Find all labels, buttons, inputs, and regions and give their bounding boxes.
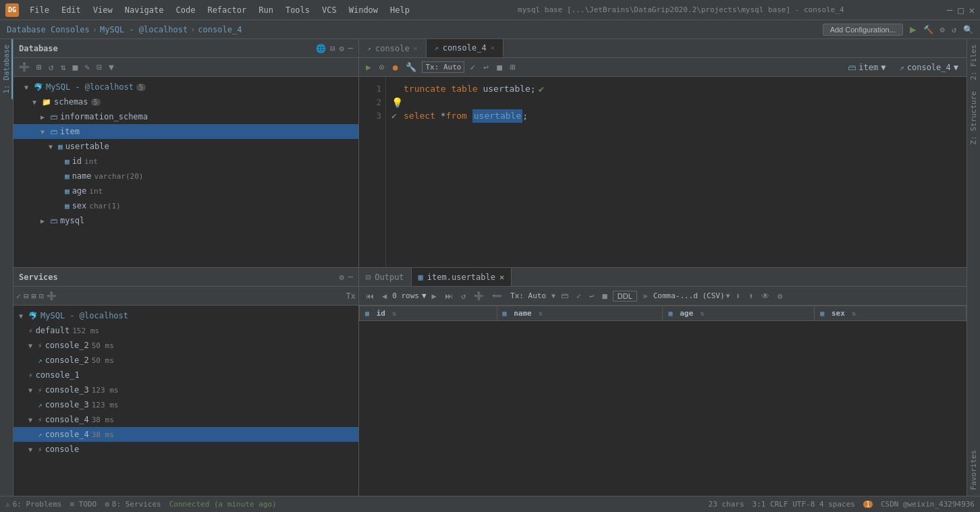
maximize-button[interactable]: □ xyxy=(958,5,963,16)
output-rollback-button[interactable]: ↩ xyxy=(587,290,597,302)
srv-arrow-console-main[interactable]: ▼ xyxy=(28,446,36,453)
menu-refactor[interactable]: Refactor xyxy=(202,4,252,16)
tree-arrow-item[interactable]: ▼ xyxy=(40,128,49,136)
tree-item-item[interactable]: ▼ 🗃 item xyxy=(13,124,358,139)
output-eye-icon[interactable]: 👁 xyxy=(759,290,772,302)
problems-indicator[interactable]: ⚠ 6: Problems xyxy=(5,500,61,509)
db-globe-icon[interactable]: 🌐 xyxy=(316,44,326,53)
vtab-files[interactable]: 2: Files xyxy=(967,39,980,86)
db-copy-icon[interactable]: ⊞ xyxy=(34,61,45,74)
export-selector[interactable]: Comma-...d (CSV) ▼ xyxy=(653,291,730,300)
output-stop-button[interactable]: ■ xyxy=(600,290,610,302)
tx-auto-selector[interactable]: Tx: Auto xyxy=(422,61,464,73)
vtab-structure[interactable]: Z: Structure xyxy=(967,86,980,150)
database-panel-actions[interactable]: 🌐 ⊟ ⚙ ─ xyxy=(316,44,353,53)
schema-selector[interactable]: 🗃 item ▼ xyxy=(844,61,890,74)
col-name-sort-icon[interactable]: ⇅ xyxy=(539,310,543,317)
ddl-button[interactable]: DDL xyxy=(613,291,637,302)
srv-expand-icon[interactable]: ⊞ xyxy=(31,291,36,301)
tree-item-mysql[interactable]: ▶ 🗃 mysql xyxy=(13,213,358,228)
commit-button[interactable]: ✓ xyxy=(467,61,478,74)
menu-edit[interactable]: Edit xyxy=(56,4,86,16)
window-controls[interactable]: ─ □ ✕ xyxy=(947,5,975,16)
col-age-sort-icon[interactable]: ⇅ xyxy=(701,310,705,317)
output-tab-item-usertable[interactable]: ▦ item.usertable ✕ xyxy=(412,268,512,286)
search-icon[interactable]: 🔍 xyxy=(963,25,973,34)
output-settings-icon[interactable]: ⚙ xyxy=(775,290,785,302)
db-console-icon[interactable]: ⊡ xyxy=(94,61,105,74)
first-row-button[interactable]: ⏮ xyxy=(363,290,377,302)
delete-row-button[interactable]: ➖ xyxy=(489,290,505,302)
download-icon[interactable]: ⬇ xyxy=(733,290,743,302)
srv-tree-console4-group[interactable]: ▼ ⚡ console_4 38 ms xyxy=(13,412,358,427)
col-id-sort-icon[interactable]: ⇅ xyxy=(393,310,397,317)
lightbulb-icon[interactable]: 💡 xyxy=(391,96,403,109)
db-filter-icon[interactable]: ⊟ xyxy=(330,44,335,53)
menu-code[interactable]: Code xyxy=(171,4,201,16)
tree-item-usertable[interactable]: ▼ ▦ usertable xyxy=(13,139,358,154)
db-refresh-icon[interactable]: ↺ xyxy=(46,61,57,74)
tree-arrow-info-schema[interactable]: ▶ xyxy=(40,113,49,121)
db-add-icon[interactable]: ➕ xyxy=(16,61,32,74)
srv-tree-console4-child[interactable]: ↗ console_4 38 ms xyxy=(13,427,358,442)
item-usertable-close[interactable]: ✕ xyxy=(499,273,504,282)
console-selector[interactable]: ↗ console_4 ▼ xyxy=(896,61,963,74)
breadcrumb-mysql[interactable]: MySQL - @localhost xyxy=(100,25,188,34)
close-button[interactable]: ✕ xyxy=(969,5,975,16)
srv-add-icon[interactable]: ➕ xyxy=(47,291,57,301)
srv-grid-icon[interactable]: ⊡ xyxy=(39,291,44,301)
output-commit-button[interactable]: ✓ xyxy=(574,290,584,302)
db-filter2-icon[interactable]: ▼ xyxy=(106,61,117,74)
tree-item-information-schema[interactable]: ▶ 🗃 information_schema xyxy=(13,109,358,124)
last-page-button[interactable]: ⏭ xyxy=(442,290,456,302)
output-tx-selector[interactable]: Tx: Auto xyxy=(508,291,549,300)
srv-arrow-console3[interactable]: ▼ xyxy=(28,387,36,394)
services-panel-actions[interactable]: ⚙ ─ xyxy=(339,273,353,282)
output-tab-output[interactable]: ⊡ Output xyxy=(359,268,412,286)
menu-bar[interactable]: File Edit View Navigate Code Refactor Ru… xyxy=(24,4,415,16)
tree-arrow-mysql[interactable]: ▼ xyxy=(24,84,32,91)
upload-icon[interactable]: ⬆ xyxy=(746,290,756,302)
services-settings-icon[interactable]: ⚙ xyxy=(339,273,344,282)
code-editor[interactable]: 1 2 3 truncate table usertable; ✔ xyxy=(359,77,967,267)
srv-tree-console3-child[interactable]: ↗ console_3 123 ms xyxy=(13,397,358,412)
srv-tree-console1[interactable]: ⚡ console_1 xyxy=(13,368,358,382)
srv-arrow-console2[interactable]: ▼ xyxy=(28,342,36,349)
tree-arrow-schemas[interactable]: ▼ xyxy=(32,98,40,106)
stop-session-button[interactable]: ■ xyxy=(494,61,505,74)
build-icon[interactable]: 🔨 xyxy=(923,25,933,34)
rows-dropdown-icon[interactable]: ▼ xyxy=(422,291,427,300)
tree-item-col-name[interactable]: ▦ name varchar(20) xyxy=(13,169,358,183)
add-configuration-button[interactable]: Add Configuration... xyxy=(823,24,903,36)
srv-tree-console-main[interactable]: ▼ ⚡ console xyxy=(13,442,358,457)
output-tx-dropdown-icon[interactable]: ▼ xyxy=(551,292,555,300)
grid-view-button[interactable]: ⊞ xyxy=(508,61,518,74)
editor-tab-console[interactable]: ↗ console ✕ xyxy=(359,39,427,57)
todo-indicator[interactable]: ≡ TODO xyxy=(70,500,97,509)
srv-tree-console2-group[interactable]: ▼ ⚡ console_2 50 ms xyxy=(13,338,358,353)
col-header-name[interactable]: ▦ name ⇅ xyxy=(497,306,663,321)
srv-check-icon[interactable]: ✓ xyxy=(16,291,21,301)
output-expand-icon[interactable]: » xyxy=(640,289,651,302)
menu-window[interactable]: Window xyxy=(344,4,383,16)
srv-tree-default[interactable]: ⚡ default 152 ms xyxy=(13,323,358,338)
rows-selector[interactable]: 0 rows ▼ xyxy=(392,291,426,300)
tree-item-col-id[interactable]: ▦ id int xyxy=(13,154,358,169)
menu-vcs[interactable]: VCS xyxy=(317,4,342,16)
srv-arrow-console4[interactable]: ▼ xyxy=(28,416,36,424)
menu-tools[interactable]: Tools xyxy=(280,4,315,16)
refresh-data-button[interactable]: ↺ xyxy=(458,290,468,302)
tree-arrow-mysql-schema[interactable]: ▶ xyxy=(40,217,49,225)
srv-collapse-icon[interactable]: ⊟ xyxy=(24,291,28,301)
settings-button[interactable]: 🔧 xyxy=(403,61,419,74)
breadcrumb-db-consoles[interactable]: Database Consoles xyxy=(7,25,90,34)
menu-run[interactable]: Run xyxy=(253,4,279,16)
run-query-button[interactable]: ▶ xyxy=(363,61,374,74)
next-page-button[interactable]: ▶ xyxy=(429,290,439,302)
output-db-icon[interactable]: 🗃 xyxy=(558,290,571,302)
menu-help[interactable]: Help xyxy=(385,4,415,16)
run-icon[interactable]: ▶ xyxy=(910,23,917,36)
console4-tab-close[interactable]: ✕ xyxy=(491,44,495,51)
console-tab-close[interactable]: ✕ xyxy=(414,45,418,52)
menu-file[interactable]: File xyxy=(24,4,55,16)
